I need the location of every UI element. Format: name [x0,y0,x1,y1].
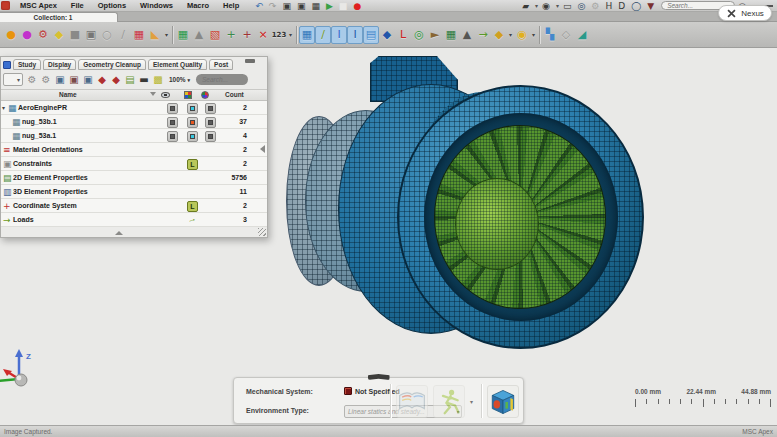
run-analysis-button[interactable] [433,385,465,418]
table-row[interactable]: →Loads→3 [1,213,267,227]
caret[interactable]: ▾ [287,26,294,44]
row-label[interactable]: nug_53a.1 [22,132,56,139]
gear-tools-icon[interactable]: ⚙ [35,26,51,44]
save-icon[interactable]: ▦ [308,0,323,12]
color-swatch-button[interactable] [187,117,198,128]
menu-options[interactable]: Options [91,1,133,10]
fan-surface-icon[interactable]: ◣ [147,26,163,44]
bookmark-icon[interactable]: H [602,0,615,12]
gears-icon[interactable]: ⚙ [588,0,602,12]
filter-combo[interactable]: ▾ [3,73,23,86]
name-column-header[interactable]: Name [59,91,77,98]
caret[interactable]: ▾ [530,26,537,44]
isolate-entity-icon[interactable]: ▣ [81,72,95,87]
undo-icon[interactable]: ↶ [252,0,266,12]
row-label[interactable]: nug_53b.1 [22,118,57,125]
expander-icon[interactable]: ▾ [2,104,5,111]
mechanical-system-value[interactable]: Not Specified [355,388,400,395]
solid-box-icon[interactable]: ■ [67,26,83,44]
row-label[interactable]: Constraints [13,160,52,167]
row-label[interactable]: Material Orientations [13,146,83,153]
color-swatch-button[interactable] [187,103,198,114]
visibility-toggle-button[interactable] [167,131,178,142]
part-tag-icon[interactable]: ▩ [151,72,165,87]
report-button[interactable] [396,385,428,418]
brush-icon[interactable]: ▼ [644,0,657,12]
caret[interactable]: ▾ [163,26,170,44]
axis-move-icon[interactable]: + [223,26,239,44]
visibility-toggle-button[interactable] [167,117,178,128]
delete-x-icon[interactable]: × [255,26,271,44]
surface-tool-icon[interactable]: ◆ [51,26,67,44]
caret[interactable]: ▾ [532,0,539,12]
cone-tool-icon[interactable]: ▲ [459,26,475,44]
vertex-pin-icon[interactable]: ▲ [191,26,207,44]
render-mode2-icon[interactable]: ◆ [109,72,123,87]
panel-collapse-chevron-icon[interactable] [368,374,390,380]
ibeam-icon[interactable]: I [347,26,363,44]
capture-image-icon[interactable]: ▣ [279,0,294,12]
render-toggle-button[interactable] [205,117,216,128]
pillar-icon[interactable]: I [331,26,347,44]
list-view-icon[interactable]: ▬ [137,72,151,87]
sheets-icon[interactable]: ▤ [363,26,379,44]
table-row[interactable]: ≡Material Orientations2 [1,143,267,157]
mesh-green-icon[interactable]: ▦ [175,26,191,44]
new-sheet-icon[interactable]: ▤ [123,72,137,87]
color-swatch-button[interactable] [187,131,198,142]
redo-icon[interactable]: ↷ [266,0,280,12]
table-row[interactable]: +Coordinate SystemL2 [1,199,267,213]
show-entity-icon[interactable]: ▣ [53,72,67,87]
panel-resize-grip[interactable] [258,228,266,236]
filter-icon[interactable] [150,92,156,96]
count-column-header[interactable]: Count [225,91,244,98]
caret[interactable]: ▾ [553,0,560,12]
nexus-button[interactable]: Nexus [718,5,772,21]
video-capture-icon[interactable]: ▰ [519,0,532,12]
visibility-eye-icon[interactable] [161,92,170,98]
camera-icon[interactable]: ◉ [539,0,553,12]
row-label[interactable]: Loads [13,216,34,223]
table-row[interactable]: ▦nug_53a.14 [1,129,267,143]
target-green-icon[interactable]: ◎ [411,26,427,44]
menu-msc-apex[interactable]: MSC Apex [13,1,64,10]
panel-side-collapse-icon[interactable] [260,145,265,153]
row-label[interactable]: AeroEnginePR [18,104,67,111]
axis-rotate-icon[interactable]: + [239,26,255,44]
menu-help[interactable]: Help [216,1,246,10]
panel-search-input[interactable] [196,74,248,85]
row-label[interactable]: 3D Element Properties [13,188,88,195]
globe-icon[interactable]: ◯ [628,0,644,12]
visibility-toggle-button[interactable] [167,103,178,114]
create-sphere-icon[interactable]: ● [3,26,19,44]
zoom-dropdown[interactable]: 100% ▾ [169,76,190,83]
panel-collapse-handle[interactable] [115,231,123,235]
color-square-icon[interactable] [184,91,192,99]
arrow-green-icon[interactable]: → [475,26,491,44]
board-green-icon[interactable]: ▦ [443,26,459,44]
tab-post[interactable]: Post [209,59,233,70]
numbering-icon[interactable]: 123 [271,26,287,44]
panel-minimize-icon[interactable] [245,59,255,63]
checker-plane-icon[interactable]: ▧ [207,26,223,44]
play-macro-icon[interactable]: ▶ [323,0,336,12]
caret[interactable]: ▾ [507,26,514,44]
doc-icon[interactable]: D [615,0,628,12]
capture-scene-icon[interactable]: ▣ [294,0,309,12]
mesh-tool-icon[interactable]: ▦ [131,26,147,44]
axis-red-icon[interactable]: L [395,26,411,44]
menu-windows[interactable]: Windows [133,1,180,10]
tab-display[interactable]: Display [43,59,76,70]
table-row[interactable]: ▾▦AeroEnginePR2 [1,101,267,115]
render-toggle-button[interactable] [205,131,216,142]
run-options-caret-icon[interactable]: ▾ [467,396,476,408]
render-mode-icon[interactable]: ◆ [95,72,109,87]
deselect-gears-icon[interactable]: ⚙ [39,72,53,87]
tab-collection[interactable]: Collection: 1 [0,12,118,22]
sheet-blue-icon[interactable]: ◆ [379,26,395,44]
assembly-tool-icon[interactable]: ▣ [83,26,99,44]
cube-wire-icon[interactable]: ◇ [558,26,574,44]
display-icon[interactable]: ▭ [560,0,575,12]
tab-element-quality[interactable]: Element Quality [148,59,207,70]
tab-study[interactable]: Study [13,59,41,70]
